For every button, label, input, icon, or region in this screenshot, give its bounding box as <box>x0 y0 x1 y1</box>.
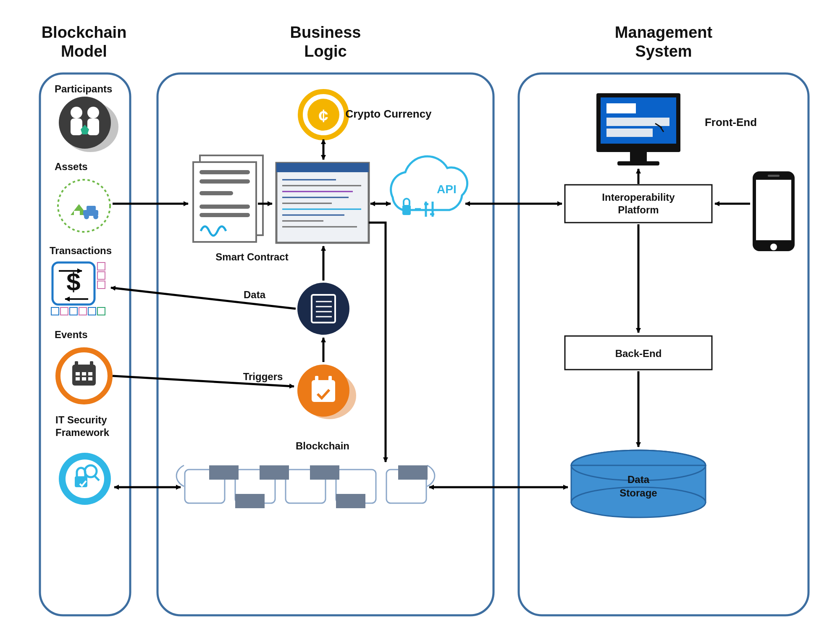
svg-rect-3 <box>71 118 82 135</box>
svg-rect-98 <box>617 161 659 165</box>
data-icon <box>297 283 349 335</box>
svg-rect-94 <box>606 103 636 113</box>
blockchain-architecture-diagram: Blockchain Model Business Logic Manageme… <box>0 0 840 630</box>
svg-rect-26 <box>90 361 93 367</box>
svg-rect-27 <box>76 372 80 375</box>
svg-point-10 <box>93 214 98 219</box>
svg-rect-17 <box>51 307 59 315</box>
col-title-blockchain-model-2: Model <box>61 42 107 60</box>
svg-rect-91 <box>260 465 289 480</box>
label-transactions: Transactions <box>50 245 112 256</box>
svg-rect-88 <box>336 494 365 508</box>
arrow-code-blockchain <box>369 223 386 462</box>
svg-rect-7 <box>74 211 80 218</box>
svg-rect-20 <box>79 307 87 315</box>
crypto-currency-icon: ¢ <box>298 89 349 140</box>
svg-rect-16 <box>97 281 105 289</box>
assets-icon <box>58 180 110 232</box>
svg-rect-22 <box>97 307 105 315</box>
participants-icon <box>59 97 118 152</box>
svg-rect-96 <box>606 129 653 137</box>
smartphone-icon <box>753 171 795 251</box>
svg-rect-32 <box>88 377 92 381</box>
svg-rect-25 <box>75 361 78 367</box>
svg-point-68 <box>297 283 349 335</box>
svg-rect-21 <box>88 307 96 315</box>
label-data-storage-2: Storage <box>620 487 657 499</box>
label-assets: Assets <box>55 161 88 172</box>
svg-rect-97 <box>630 152 647 161</box>
api-cloud-icon: API <box>391 156 467 217</box>
svg-rect-66 <box>402 205 411 215</box>
smart-contract-document-icon <box>193 155 263 242</box>
svg-rect-28 <box>82 372 86 375</box>
label-interoperability-1: Interoperability <box>602 192 675 203</box>
svg-rect-102 <box>768 175 780 177</box>
svg-rect-29 <box>88 372 92 375</box>
label-triggers: Triggers <box>243 371 283 382</box>
svg-rect-100 <box>756 180 791 240</box>
svg-point-4 <box>87 107 99 118</box>
svg-rect-5 <box>87 118 99 135</box>
svg-text:¢: ¢ <box>318 106 328 126</box>
svg-point-6 <box>58 180 110 232</box>
blockchain-chain-icon <box>176 465 435 508</box>
svg-point-2 <box>71 107 82 118</box>
svg-point-1 <box>59 97 111 149</box>
col-title-management-system-1: Management <box>615 24 713 41</box>
transactions-icon: $ <box>51 262 105 315</box>
svg-rect-14 <box>97 262 105 270</box>
col-title-business-logic-1: Business <box>290 24 361 41</box>
label-blockchain: Blockchain <box>296 440 349 452</box>
svg-point-9 <box>84 214 89 219</box>
svg-rect-18 <box>60 307 68 315</box>
column-frame-blockchain-model <box>40 74 130 615</box>
label-it-security-1: IT Security <box>55 414 107 425</box>
interoperability-platform-box <box>565 185 712 223</box>
label-it-security-2: Framework <box>55 427 110 438</box>
label-api: API <box>437 183 457 196</box>
svg-rect-86 <box>235 494 265 508</box>
svg-rect-31 <box>82 377 86 381</box>
svg-rect-19 <box>70 307 77 315</box>
col-title-business-logic-2: Logic <box>304 42 346 60</box>
svg-rect-15 <box>97 272 105 279</box>
arrow-data-transactions <box>111 288 296 309</box>
svg-rect-85 <box>209 465 239 480</box>
label-interoperability-2: Platform <box>618 204 659 215</box>
label-smart-contract: Smart Contract <box>215 251 288 262</box>
triggers-icon <box>297 365 356 419</box>
label-participants: Participants <box>55 83 112 94</box>
svg-rect-11 <box>87 206 96 211</box>
svg-rect-78 <box>315 376 318 383</box>
col-title-management-system-2: System <box>635 42 692 60</box>
label-crypto-currency: Crypto Currency <box>345 108 432 120</box>
svg-point-101 <box>770 244 777 250</box>
svg-rect-56 <box>276 163 369 172</box>
smart-contract-code-window-icon <box>276 163 369 243</box>
label-front-end: Front-End <box>705 116 757 129</box>
svg-rect-89 <box>398 465 428 480</box>
events-icon <box>58 350 110 402</box>
col-title-blockchain-model-1: Blockchain <box>42 24 127 41</box>
label-back-end: Back-End <box>615 348 662 359</box>
svg-text:$: $ <box>66 268 80 296</box>
label-data-storage-1: Data <box>627 474 650 485</box>
svg-rect-30 <box>76 377 80 381</box>
front-end-monitor-icon <box>596 93 680 165</box>
it-security-icon <box>59 453 111 505</box>
svg-rect-79 <box>328 376 332 383</box>
label-data: Data <box>244 289 266 300</box>
svg-rect-87 <box>310 465 339 480</box>
svg-rect-95 <box>606 118 669 126</box>
label-events: Events <box>55 329 88 340</box>
